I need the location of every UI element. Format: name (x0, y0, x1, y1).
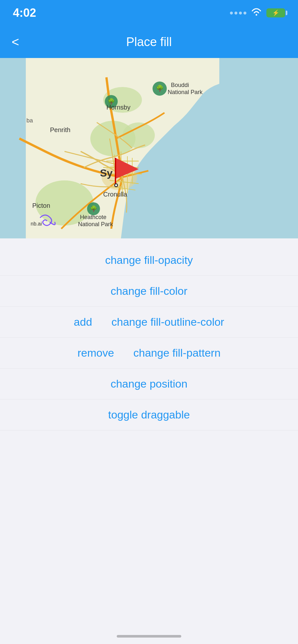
remove-change-fill-pattern-row: remove change fill-pattern (0, 338, 298, 369)
add-button[interactable]: add (74, 316, 92, 328)
add-change-fill-outline-color-row: add change fill-outline-color (0, 307, 298, 338)
svg-text:Hornsby: Hornsby (106, 104, 130, 111)
nav-bar: < Place fill (0, 26, 298, 58)
svg-text:🌳: 🌳 (90, 205, 97, 212)
svg-text:🌳: 🌳 (156, 84, 164, 92)
battery-icon: ⚡ (266, 8, 285, 17)
change-fill-pattern-button[interactable]: change fill-pattern (134, 347, 221, 359)
status-bar: 4:02 ⚡ (0, 0, 298, 26)
svg-text:Heathcote: Heathcote (80, 214, 106, 220)
page-title: Place fill (126, 35, 172, 49)
map-view[interactable]: 🌳 🌳 🌳 Bouddi National Park Hornsby Penri… (0, 58, 298, 238)
signal-dots-icon (230, 12, 246, 14)
battery-bolt-icon: ⚡ (272, 9, 279, 16)
back-button[interactable]: < (12, 35, 19, 48)
svg-text:Cronulla: Cronulla (103, 191, 127, 198)
status-time: 4:02 (13, 6, 36, 20)
svg-text:Bouddi: Bouddi (171, 82, 189, 88)
signal-dot-1 (230, 12, 233, 14)
svg-text:National Park: National Park (78, 221, 113, 227)
change-fill-opacity-button[interactable]: change fill-opacity (105, 254, 193, 266)
change-fill-color-row: change fill-color (0, 276, 298, 307)
signal-dot-2 (234, 12, 237, 14)
change-position-button[interactable]: change position (111, 378, 187, 390)
signal-dot-4 (243, 12, 246, 14)
map-svg: 🌳 🌳 🌳 Bouddi National Park Hornsby Penri… (0, 58, 298, 238)
change-position-row: change position (0, 369, 298, 399)
svg-point-35 (115, 184, 117, 186)
wifi-icon (251, 8, 262, 18)
svg-text:Picton: Picton (32, 202, 50, 209)
svg-text:ba: ba (26, 117, 33, 124)
toggle-draggable-button[interactable]: toggle draggable (108, 409, 190, 421)
remove-button[interactable]: remove (77, 347, 114, 359)
status-icons: ⚡ (230, 8, 285, 18)
toggle-draggable-row: toggle draggable (0, 399, 298, 430)
svg-text:Penrith: Penrith (50, 126, 70, 133)
svg-point-0 (256, 14, 257, 15)
change-fill-outline-color-button[interactable]: change fill-outline-color (112, 316, 224, 328)
home-indicator (117, 635, 181, 638)
svg-text:nb.ai: nb.ai (31, 221, 42, 226)
change-fill-color-button[interactable]: change fill-color (111, 285, 187, 297)
change-fill-opacity-row: change fill-opacity (0, 245, 298, 276)
svg-text:Sy: Sy (100, 167, 113, 179)
content-area: change fill-opacity change fill-color ad… (0, 238, 298, 533)
signal-dot-3 (239, 12, 242, 14)
svg-text:National Park: National Park (168, 89, 203, 95)
